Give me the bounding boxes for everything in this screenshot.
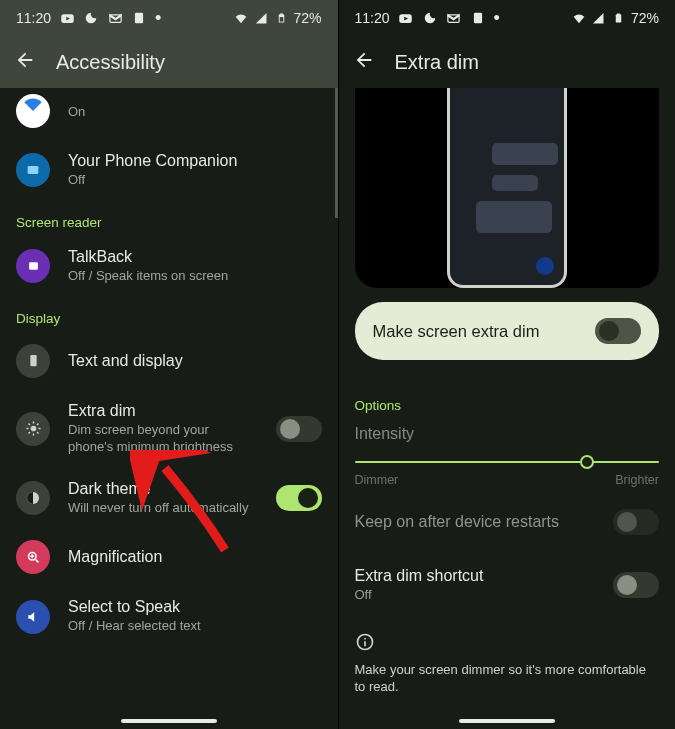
list-item-sub: Off / Speak items on screen	[68, 268, 322, 285]
mail-icon	[446, 10, 462, 26]
list-item-magnification[interactable]: Magnification	[0, 528, 338, 586]
svg-line-18	[37, 424, 38, 425]
dark-theme-toggle[interactable]	[276, 485, 322, 511]
youtube-icon	[398, 10, 414, 26]
keep-on-label: Keep on after device restarts	[355, 513, 560, 531]
settings-list[interactable]: On Your Phone Companion Off Screen reade…	[0, 88, 338, 647]
slider-min-label: Dimmer	[355, 473, 399, 487]
status-battery-pct: 72%	[631, 10, 659, 26]
svg-line-21	[35, 559, 38, 562]
svg-point-10	[30, 426, 36, 432]
wifi-icon	[233, 10, 249, 26]
magnification-icon	[16, 540, 50, 574]
shortcut-row[interactable]: Extra dim shortcut Off	[339, 551, 676, 618]
app-bar: Extra dim	[339, 36, 676, 88]
list-item-title: Text and display	[68, 352, 322, 370]
page-title: Accessibility	[56, 51, 165, 74]
extra-dim-toggle[interactable]	[276, 416, 322, 442]
select-to-speak-icon	[16, 600, 50, 634]
signal-icon	[253, 10, 269, 26]
info-icon	[339, 618, 676, 658]
shortcut-title: Extra dim shortcut	[355, 567, 484, 585]
moon-icon	[422, 10, 438, 26]
status-battery-pct: 72%	[293, 10, 321, 26]
list-item-text-display[interactable]: Text and display	[0, 332, 338, 390]
list-item-title: Dark theme	[68, 480, 258, 498]
svg-rect-9	[30, 355, 36, 366]
mail-icon	[107, 10, 123, 26]
list-item-title: Extra dim	[68, 402, 258, 420]
app-bar: Accessibility	[0, 36, 338, 88]
screenshot-icon	[131, 10, 147, 26]
keep-on-toggle	[613, 509, 659, 535]
section-screen-reader: Screen reader	[0, 201, 338, 236]
feature-preview	[355, 88, 660, 288]
shortcut-sub: Off	[355, 587, 484, 602]
svg-rect-2	[135, 13, 143, 24]
list-item-sub: Dim screen beyond your phone's minimum b…	[68, 422, 258, 456]
list-item-title: Your Phone Companion	[68, 152, 322, 170]
footer-text: Make your screen dimmer so it's more com…	[339, 658, 676, 696]
shortcut-toggle[interactable]	[613, 572, 659, 598]
page-title: Extra dim	[395, 51, 479, 74]
svg-rect-7	[28, 166, 39, 174]
intensity-slider[interactable]: Intensity Dimmer Brighter	[339, 421, 676, 493]
wifi-icon	[571, 10, 587, 26]
svg-rect-26	[473, 13, 481, 24]
screenshot-icon	[470, 10, 486, 26]
svg-rect-27	[616, 14, 622, 22]
nav-bar[interactable]	[339, 719, 676, 723]
nav-bar[interactable]	[0, 719, 338, 723]
svg-rect-5	[280, 17, 284, 22]
app-icon	[16, 94, 50, 128]
svg-line-17	[28, 432, 29, 433]
youtube-icon	[59, 10, 75, 26]
list-item-sub: Off	[68, 172, 322, 189]
list-item[interactable]: On	[0, 88, 338, 140]
back-icon[interactable]	[353, 49, 375, 75]
svg-rect-8	[29, 262, 38, 270]
list-item-sub: On	[68, 104, 322, 121]
keep-on-row: Keep on after device restarts	[339, 493, 676, 551]
slider-max-label: Brighter	[615, 473, 659, 487]
list-item-dark-theme[interactable]: Dark theme Will never turn off automatic…	[0, 468, 338, 529]
status-time: 11:20	[355, 10, 390, 26]
list-item-select-to-speak[interactable]: Select to Speak Off / Hear selected text	[0, 586, 338, 647]
your-phone-icon	[16, 153, 50, 187]
list-item-title: Select to Speak	[68, 598, 322, 616]
status-time: 11:20	[16, 10, 51, 26]
status-bar: 11:20 • 72%	[0, 0, 338, 36]
battery-icon	[273, 10, 289, 26]
list-item-talkback[interactable]: TalkBack Off / Speak items on screen	[0, 236, 338, 297]
svg-rect-4	[280, 13, 283, 14]
intensity-label: Intensity	[355, 421, 660, 461]
list-item-title: TalkBack	[68, 248, 322, 266]
make-extra-dim-row[interactable]: Make screen extra dim	[355, 302, 660, 360]
dark-theme-icon	[16, 481, 50, 515]
svg-line-16	[37, 432, 38, 433]
list-item-your-phone[interactable]: Your Phone Companion Off	[0, 140, 338, 201]
text-display-icon	[16, 344, 50, 378]
moon-icon	[83, 10, 99, 26]
talkback-icon	[16, 249, 50, 283]
make-extra-dim-label: Make screen extra dim	[373, 322, 540, 341]
status-bar: 11:20 • 72%	[339, 0, 676, 36]
svg-line-15	[28, 424, 29, 425]
battery-icon	[611, 10, 627, 26]
section-display: Display	[0, 297, 338, 332]
list-item-sub: Will never turn off automatically	[68, 500, 258, 517]
make-extra-dim-toggle[interactable]	[595, 318, 641, 344]
list-item-sub: Off / Hear selected text	[68, 618, 322, 635]
extra-dim-icon	[16, 412, 50, 446]
svg-rect-28	[618, 13, 621, 14]
section-options: Options	[339, 370, 676, 421]
back-icon[interactable]	[14, 49, 36, 75]
list-item-extra-dim[interactable]: Extra dim Dim screen beyond your phone's…	[0, 390, 338, 468]
list-item-title: Magnification	[68, 548, 322, 566]
svg-point-31	[364, 638, 366, 640]
signal-icon	[591, 10, 607, 26]
